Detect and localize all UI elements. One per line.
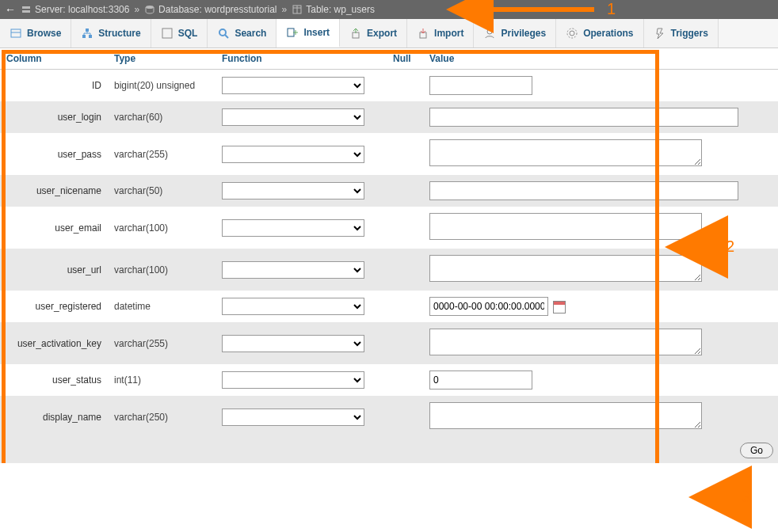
svg-rect-21 [353, 32, 359, 38]
privileges-icon [483, 27, 496, 40]
column-name: user_registered [0, 291, 108, 322]
operations-icon [566, 27, 578, 40]
table-row: display_namevarchar(250) [0, 396, 778, 438]
tab-structure[interactable]: Structure [71, 19, 151, 48]
null-cell [387, 101, 423, 133]
column-name: user_pass [0, 133, 108, 175]
column-name: user_login [0, 101, 108, 133]
table-row: user_urlvarchar(100) [0, 249, 778, 291]
value-input[interactable] [429, 213, 702, 240]
insert-table: Column Type Function Null Value IDbigint… [0, 48, 778, 438]
tab-triggers[interactable]: Triggers [644, 19, 719, 48]
breadcrumb-database[interactable]: Database: wordpresstutorial [144, 4, 276, 15]
svg-rect-0 [22, 6, 30, 9]
breadcrumb-server-link[interactable]: Server: localhost:3306 [35, 4, 129, 15]
tab-label: Insert [303, 27, 330, 38]
function-select[interactable] [222, 182, 364, 200]
function-select[interactable] [222, 298, 364, 315]
tab-import[interactable]: Import [407, 19, 474, 48]
tab-search[interactable]: Search [208, 19, 276, 48]
tab-sql[interactable]: SQL [151, 19, 208, 48]
tab-label: Browse [27, 28, 61, 39]
header-null: Null [387, 48, 423, 70]
function-select[interactable] [222, 371, 364, 389]
null-cell [387, 396, 423, 438]
go-bar: Go [0, 438, 778, 463]
column-type: varchar(100) [108, 207, 215, 249]
function-select[interactable] [222, 408, 364, 426]
svg-point-23 [487, 29, 492, 34]
table-row: user_emailvarchar(100) [0, 207, 778, 249]
tab-browse[interactable]: Browse [0, 19, 71, 48]
triggers-icon [654, 27, 666, 40]
column-type: int(11) [108, 364, 215, 396]
value-input[interactable] [429, 370, 532, 390]
null-cell [387, 249, 423, 291]
function-select[interactable] [222, 77, 364, 94]
column-name: display_name [0, 396, 108, 438]
value-input[interactable] [429, 255, 702, 282]
structure-icon [81, 27, 93, 40]
tab-label: Search [235, 28, 266, 39]
value-input[interactable] [429, 297, 548, 316]
svg-point-24 [570, 31, 574, 36]
sql-icon [161, 27, 174, 40]
tab-privileges[interactable]: Privileges [474, 19, 556, 48]
search-icon [217, 27, 230, 40]
breadcrumb-separator: » [134, 4, 139, 15]
table-row: user_passvarchar(255) [0, 133, 778, 175]
header-column: Column [0, 48, 108, 70]
tab-label: Triggers [671, 28, 708, 39]
column-type: varchar(100) [108, 249, 215, 291]
value-input[interactable] [429, 76, 532, 95]
value-input[interactable] [429, 139, 702, 166]
null-cell [387, 322, 423, 364]
breadcrumb-table-link[interactable]: Table: wp_users [306, 4, 375, 15]
breadcrumb-server[interactable]: Server: localhost:3306 [21, 4, 129, 15]
svg-point-25 [567, 28, 577, 38]
table-row: IDbigint(20) unsigned [0, 70, 778, 102]
tab-export[interactable]: Export [340, 19, 407, 48]
null-cell [387, 291, 423, 322]
column-type: varchar(60) [108, 101, 215, 133]
function-select[interactable] [222, 261, 364, 279]
column-name: user_url [0, 249, 108, 291]
null-cell [387, 207, 423, 249]
insert-icon [286, 26, 299, 39]
svg-rect-8 [86, 28, 89, 32]
tab-operations[interactable]: Operations [556, 19, 643, 48]
column-type: bigint(20) unsigned [108, 70, 215, 102]
null-cell [387, 364, 423, 396]
tab-insert[interactable]: Insert [276, 19, 340, 48]
back-icon[interactable]: ← [5, 3, 16, 16]
value-input[interactable] [429, 329, 702, 355]
column-name: ID [0, 70, 108, 102]
null-cell [387, 133, 423, 175]
tab-label: Structure [98, 28, 140, 39]
table-row: user_activation_keyvarchar(255) [0, 322, 778, 364]
breadcrumb-database-link[interactable]: Database: wordpresstutorial [158, 4, 276, 15]
column-type: datetime [108, 291, 215, 322]
breadcrumb: ← Server: localhost:3306 » Database: wor… [0, 0, 778, 19]
column-type: varchar(255) [108, 133, 215, 175]
breadcrumb-separator: » [282, 4, 288, 15]
function-select[interactable] [222, 146, 364, 163]
column-name: user_activation_key [0, 322, 108, 364]
header-value: Value [423, 48, 778, 70]
function-select[interactable] [222, 335, 364, 352]
value-input[interactable] [429, 181, 738, 200]
column-type: varchar(255) [108, 322, 215, 364]
function-select[interactable] [222, 219, 364, 237]
value-input[interactable] [429, 402, 702, 429]
function-select[interactable] [222, 108, 364, 126]
column-type: varchar(250) [108, 396, 215, 438]
tab-label: SQL [178, 28, 198, 39]
breadcrumb-table[interactable]: Table: wp_users [292, 4, 375, 15]
go-button[interactable]: Go [740, 443, 773, 458]
database-icon [144, 4, 155, 15]
tab-label: Export [367, 28, 397, 39]
calendar-icon[interactable] [553, 301, 566, 314]
table-row: user_nicenamevarchar(50) [0, 175, 778, 207]
svg-rect-6 [11, 29, 21, 37]
value-input[interactable] [429, 108, 738, 127]
